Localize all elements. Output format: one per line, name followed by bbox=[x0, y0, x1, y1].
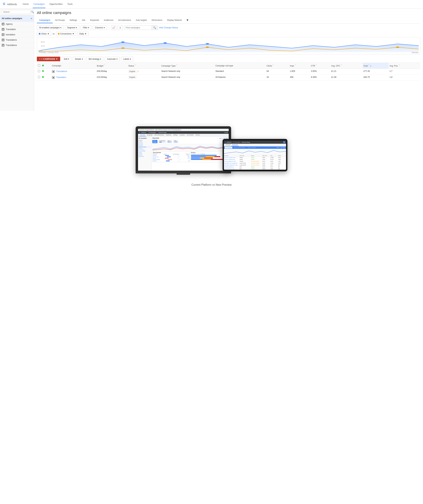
tablet-kw-col-clicks: Clicks bbox=[278, 155, 286, 156]
chart-icon-button[interactable]: 📈 bbox=[111, 25, 116, 30]
sidebar-collapse-button[interactable]: « bbox=[31, 17, 32, 20]
laptop-device-bar2 bbox=[191, 156, 220, 157]
nav-campaigns[interactable]: Campaigns bbox=[33, 0, 45, 8]
nav-home[interactable]: Home bbox=[22, 0, 29, 8]
budget-header[interactable]: Budget ? bbox=[96, 63, 127, 69]
automate-button[interactable]: Automate bbox=[105, 57, 120, 61]
segment-button[interactable]: Segment bbox=[65, 25, 79, 30]
google-g-icon: G bbox=[3, 2, 6, 7]
row1-impr-cell: 1,829 bbox=[289, 69, 310, 75]
enabled-campaigns-button[interactable]: All enabled campaigns bbox=[37, 25, 64, 30]
status-help-icon[interactable]: ? bbox=[135, 64, 136, 66]
edit-button[interactable]: Edit bbox=[62, 57, 71, 61]
conversions-metric-button[interactable]: Conversions ▼ bbox=[56, 32, 76, 36]
tablet-kw-tab-negative[interactable]: NEGATIVE KEYWORDS bbox=[233, 147, 246, 149]
avgpos-header[interactable]: Avg. Pos. ? bbox=[388, 63, 420, 69]
laptop-sidebar-diamond: Diamond Rings bbox=[139, 146, 151, 148]
tab-audiences[interactable]: Audiences bbox=[101, 18, 116, 23]
find-campaigns-input[interactable] bbox=[124, 26, 152, 30]
tablet-kw-tab-searchterms[interactable]: SEARCH TERMS bbox=[247, 147, 257, 149]
tab-settings[interactable]: Settings bbox=[67, 18, 79, 23]
cpc-help-icon[interactable]: ? bbox=[341, 64, 342, 66]
laptop-ag3-clicks: 324 bbox=[188, 158, 189, 159]
row2-ctr-cell: 9.39% bbox=[310, 75, 330, 81]
tablet-chart-svg bbox=[224, 149, 286, 155]
laptop-tab-settings[interactable]: Settings bbox=[172, 134, 179, 136]
avgpos-help-icon[interactable]: ? bbox=[399, 64, 400, 66]
details-button[interactable]: Details bbox=[73, 57, 85, 61]
laptop-tab-locations[interactable]: Locations bbox=[179, 134, 186, 136]
translations2-icon: ■ bbox=[2, 44, 4, 47]
cost-sort-icon[interactable]: ▼ bbox=[370, 65, 371, 67]
laptop-tab-keywords[interactable]: Keywords bbox=[165, 134, 172, 136]
tab-adgroups[interactable]: Ad Groups bbox=[53, 18, 67, 23]
tab-dimensions[interactable]: Dimensions bbox=[149, 18, 165, 23]
laptop-tab-overview[interactable]: Overview bbox=[139, 134, 146, 136]
campaign-button[interactable]: + + CAMPAIGN ▼ bbox=[37, 57, 60, 61]
laptop-bar3-android bbox=[191, 157, 200, 159]
sidebar-item-translations2[interactable]: ■ Translations bbox=[0, 43, 34, 48]
view-change-history-link[interactable]: View Change History bbox=[159, 26, 178, 29]
laptop-mini-chart bbox=[152, 144, 228, 151]
campaign-header[interactable]: Campaign bbox=[51, 63, 96, 69]
sidebar-search-input[interactable] bbox=[2, 10, 30, 14]
cpc-header[interactable]: Avg. CPC ? bbox=[330, 63, 363, 69]
laptop-ag1-cost: $3.64 bbox=[165, 155, 169, 156]
laptop-tab-ads[interactable]: Ads & Extensions bbox=[153, 134, 165, 136]
subtype-header[interactable]: Campaign sub-type bbox=[214, 63, 265, 69]
row2-checkbox[interactable] bbox=[38, 76, 40, 78]
sidebar-item-translations1[interactable]: ■ Translations bbox=[0, 37, 34, 43]
sidebar-item-agency[interactable]: ■ Agency bbox=[0, 22, 34, 27]
cost-header[interactable]: Cost ? ▼ bbox=[363, 63, 388, 69]
laptop-device-row1 bbox=[191, 155, 228, 156]
tablet-kw-tab-keywords[interactable]: KEYWORDS bbox=[225, 147, 232, 149]
nav-opportunities[interactable]: Opportunities bbox=[49, 0, 63, 8]
tablet-kw7-maxcpc: $0.89 bbox=[263, 168, 270, 169]
impr-help-icon[interactable]: ? bbox=[295, 64, 296, 66]
laptop-tab-adgroups[interactable]: Ad groups bbox=[146, 134, 153, 136]
page-title: All online campaigns bbox=[37, 11, 420, 15]
campaign-type-header[interactable]: Campaign Type ? bbox=[160, 63, 214, 69]
clicks-metric-button[interactable]: Clicks ▼ bbox=[37, 32, 51, 36]
tab-autotargets[interactable]: Auto targets bbox=[133, 18, 149, 23]
clicks-help-icon[interactable]: ? bbox=[273, 64, 274, 66]
sidebar-item-translation1[interactable]: ■ Translation bbox=[0, 27, 34, 32]
labels-button[interactable]: Labels bbox=[121, 57, 133, 61]
impr-header[interactable]: Impr. ? bbox=[289, 63, 310, 69]
type-help-icon[interactable]: ? bbox=[176, 64, 177, 66]
laptop-sidebar-solitaire: Solitaire bbox=[139, 153, 151, 155]
tab-more-icon[interactable]: ▼ bbox=[184, 17, 191, 23]
budget-help-icon[interactable]: ? bbox=[104, 64, 105, 66]
tab-adextensions[interactable]: Ad extensions bbox=[116, 18, 133, 23]
tab-campaigns[interactable]: Campaigns bbox=[37, 18, 53, 23]
tab-ads[interactable]: Ads bbox=[79, 18, 88, 23]
status-col-header[interactable]: Status ? bbox=[127, 63, 160, 69]
tablet-overview-tab: Overview Keywords bbox=[224, 144, 286, 146]
ctr-header[interactable]: CTR ? bbox=[310, 63, 330, 69]
tablet-kw-rows: diamond wedding bands Simple Eligible $3… bbox=[224, 157, 286, 170]
tablet-kw3-clicks: 1,461 bbox=[278, 161, 286, 162]
row1-checkbox[interactable] bbox=[38, 70, 40, 72]
laptop-tab-schedule[interactable]: Ad Schedule bbox=[186, 134, 195, 136]
filter-button[interactable]: Filter bbox=[81, 25, 91, 30]
laptop-tab-devices[interactable]: Devices bbox=[195, 134, 201, 136]
laptop-ag1-name: Solitaire bbox=[153, 155, 157, 156]
clicks-header[interactable]: Clicks ? bbox=[265, 63, 289, 69]
tablet-kw2-adgroup: Simple bbox=[240, 159, 251, 160]
select-all-checkbox[interactable] bbox=[38, 64, 40, 66]
tablet-kw1-status: Eligible bbox=[251, 157, 262, 158]
row1-campaign-link[interactable]: Translations bbox=[56, 70, 67, 72]
download-icon-button[interactable]: ⇓ bbox=[118, 25, 123, 30]
ctr-help-icon[interactable]: ? bbox=[316, 64, 317, 66]
cost-help-icon[interactable]: ? bbox=[368, 64, 370, 66]
daily-button[interactable]: Daily ▼ bbox=[77, 32, 88, 36]
tab-keywords[interactable]: Keywords bbox=[88, 18, 101, 23]
row2-campaign-link[interactable]: Translation bbox=[56, 76, 66, 78]
laptop-ag-row3: Bridge $96.0 0 324 bbox=[153, 157, 189, 159]
nav-tools[interactable]: Tools bbox=[67, 0, 73, 8]
columns-button[interactable]: Columns bbox=[93, 25, 107, 30]
find-campaigns-search-icon[interactable]: 🔍 bbox=[152, 26, 158, 30]
bid-strategy-button[interactable]: Bid strategy bbox=[87, 57, 103, 61]
tab-displaynetwork[interactable]: Display Network bbox=[165, 18, 184, 23]
sidebar-item-translation2[interactable]: ■ translation bbox=[0, 32, 34, 37]
